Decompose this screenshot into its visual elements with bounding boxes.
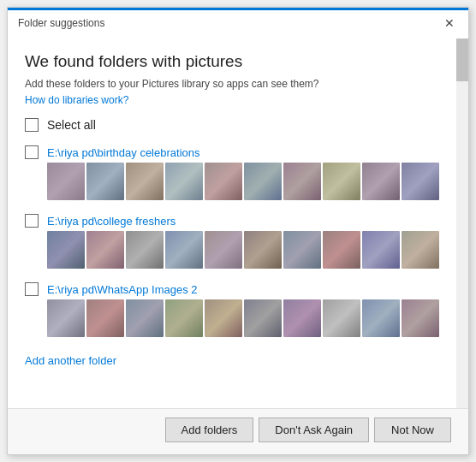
folder-3-checkbox[interactable] xyxy=(25,282,39,296)
close-button[interactable]: ✕ xyxy=(441,15,458,32)
thumb xyxy=(283,299,321,337)
thumb xyxy=(362,299,400,337)
scrollbar-thumb[interactable] xyxy=(456,38,468,81)
thumb xyxy=(86,299,124,337)
thumb xyxy=(323,299,360,337)
folder-row-3: E:\riya pd\WhatsApp Images 2 xyxy=(25,282,451,296)
folder-1-checkbox[interactable] xyxy=(25,145,39,159)
thumb xyxy=(165,231,203,269)
thumb xyxy=(402,163,439,200)
select-all-row: Select all xyxy=(25,118,451,132)
thumb xyxy=(86,231,124,269)
folder-3-thumbnails xyxy=(47,299,451,337)
thumb xyxy=(283,231,321,269)
thumb xyxy=(126,231,164,269)
thumb xyxy=(362,163,400,200)
folder-2-link[interactable]: E:\riya pd\college freshers xyxy=(47,215,176,228)
help-link[interactable]: How do libraries work? xyxy=(25,94,128,106)
folder-row-1: E:\riya pd\birthday celebrations xyxy=(25,145,451,159)
scrollbar-track xyxy=(456,38,468,408)
thumb xyxy=(244,231,282,269)
thumb xyxy=(205,231,242,269)
accent-bar xyxy=(8,8,468,10)
thumb xyxy=(362,231,400,269)
thumb xyxy=(205,163,242,200)
select-all-checkbox[interactable] xyxy=(25,118,39,132)
thumb xyxy=(244,299,282,337)
thumb xyxy=(47,163,85,200)
folder-item-1: E:\riya pd\birthday celebrations xyxy=(25,145,451,200)
thumb xyxy=(402,231,439,269)
thumb xyxy=(244,163,282,200)
dialog-content: We found folders with pictures Add these… xyxy=(8,38,468,408)
dialog-subtext: Add these folders to your Pictures libra… xyxy=(25,78,451,90)
folder-2-checkbox[interactable] xyxy=(25,214,39,228)
select-all-label: Select all xyxy=(47,118,96,132)
dont-ask-button[interactable]: Don't Ask Again xyxy=(259,418,369,442)
add-folder-link[interactable]: Add another folder xyxy=(25,354,116,367)
folder-1-thumbnails xyxy=(47,163,451,200)
folder-suggestions-dialog: Folder suggestions ✕ We found folders wi… xyxy=(7,7,469,455)
thumb xyxy=(165,299,203,337)
folder-3-link[interactable]: E:\riya pd\WhatsApp Images 2 xyxy=(47,283,198,296)
thumb xyxy=(165,163,203,200)
thumb xyxy=(126,163,164,200)
folder-1-link[interactable]: E:\riya pd\birthday celebrations xyxy=(47,146,199,159)
thumb xyxy=(205,299,242,337)
thumb xyxy=(47,299,85,337)
folder-row-2: E:\riya pd\college freshers xyxy=(25,214,451,228)
dialog-title: Folder suggestions xyxy=(18,17,104,29)
folder-2-thumbnails xyxy=(47,231,451,269)
thumb xyxy=(402,299,439,337)
thumb xyxy=(126,299,164,337)
dialog-heading: We found folders with pictures xyxy=(25,52,451,71)
add-folders-button[interactable]: Add folders xyxy=(165,418,254,442)
folder-item-2: E:\riya pd\college freshers xyxy=(25,214,451,269)
thumb xyxy=(47,231,85,269)
not-now-button[interactable]: Not Now xyxy=(374,418,451,442)
folder-item-3: E:\riya pd\WhatsApp Images 2 xyxy=(25,282,451,337)
thumb xyxy=(323,163,360,200)
dialog-footer: Add folders Don't Ask Again Not Now xyxy=(8,408,468,454)
title-bar: Folder suggestions ✕ xyxy=(8,8,468,38)
thumb xyxy=(323,231,360,269)
thumb xyxy=(86,163,124,200)
thumb xyxy=(283,163,321,200)
